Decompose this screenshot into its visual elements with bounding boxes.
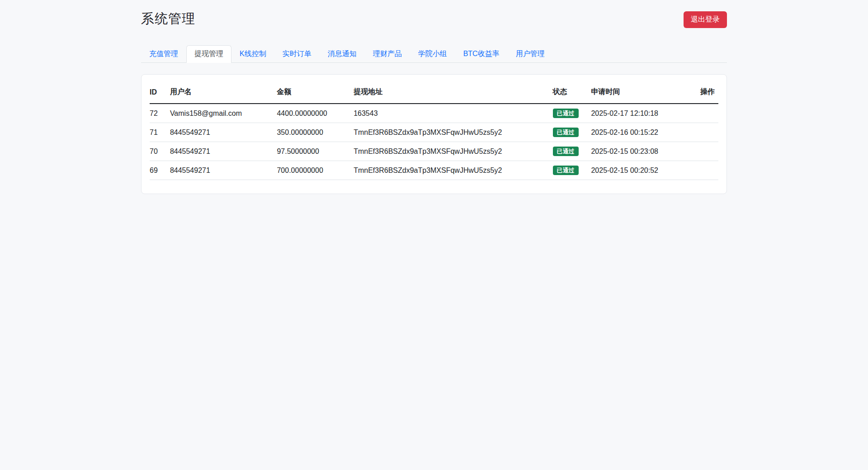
status-badge: 已通过 bbox=[553, 166, 579, 175]
cell-time: 2025-02-15 00:20:52 bbox=[591, 161, 692, 180]
tab-recharge-management[interactable]: 充值管理 bbox=[141, 45, 186, 63]
col-header-address: 提现地址 bbox=[354, 84, 552, 104]
cell-address: TmnEf3R6BSZdx9aTp3MXSFqwJHwU5zs5y2 bbox=[354, 161, 552, 180]
tab-user-management[interactable]: 用户管理 bbox=[508, 45, 553, 63]
logout-button[interactable]: 退出登录 bbox=[684, 11, 727, 28]
table-row: 70 8445549271 97.50000000 TmnEf3R6BSZdx9… bbox=[150, 142, 718, 161]
tab-withdraw-management[interactable]: 提现管理 bbox=[186, 45, 231, 63]
cell-status: 已通过 bbox=[553, 104, 591, 123]
cell-status: 已通过 bbox=[553, 142, 591, 161]
status-badge: 已通过 bbox=[553, 128, 579, 137]
col-header-action: 操作 bbox=[692, 84, 718, 104]
cell-id: 70 bbox=[150, 142, 170, 161]
withdrawals-card: ID 用户名 金额 提现地址 状态 申请时间 操作 72 Vamis158@gm… bbox=[141, 74, 727, 194]
withdrawals-table: ID 用户名 金额 提现地址 状态 申请时间 操作 72 Vamis158@gm… bbox=[150, 84, 718, 180]
cell-action bbox=[692, 161, 718, 180]
cell-amount: 350.00000000 bbox=[277, 123, 354, 142]
tab-financial-products[interactable]: 理财产品 bbox=[365, 45, 410, 63]
cell-action bbox=[692, 123, 718, 142]
tab-realtime-orders[interactable]: 实时订单 bbox=[274, 45, 320, 63]
table-row: 69 8445549271 700.00000000 TmnEf3R6BSZdx… bbox=[150, 161, 718, 180]
page-container: 系统管理 退出登录 充值管理 提现管理 K线控制 实时订单 消息通知 理财产品 … bbox=[141, 0, 727, 194]
cell-address: 163543 bbox=[354, 104, 552, 123]
tab-btc-yield[interactable]: BTC收益率 bbox=[455, 45, 508, 63]
cell-time: 2025-02-16 00:15:22 bbox=[591, 123, 692, 142]
cell-time: 2025-02-15 00:23:08 bbox=[591, 142, 692, 161]
cell-action bbox=[692, 104, 718, 123]
col-header-amount: 金额 bbox=[277, 84, 354, 104]
tab-kline-control[interactable]: K线控制 bbox=[231, 45, 274, 63]
cell-id: 71 bbox=[150, 123, 170, 142]
page-title: 系统管理 bbox=[141, 10, 727, 28]
cell-action bbox=[692, 142, 718, 161]
cell-status: 已通过 bbox=[553, 161, 591, 180]
cell-amount: 700.00000000 bbox=[277, 161, 354, 180]
col-header-time: 申请时间 bbox=[591, 84, 692, 104]
table-row: 71 8445549271 350.00000000 TmnEf3R6BSZdx… bbox=[150, 123, 718, 142]
cell-username: 8445549271 bbox=[170, 123, 277, 142]
cell-username: 8445549271 bbox=[170, 161, 277, 180]
cell-amount: 4400.00000000 bbox=[277, 104, 354, 123]
cell-amount: 97.50000000 bbox=[277, 142, 354, 161]
col-header-id: ID bbox=[150, 84, 170, 104]
cell-time: 2025-02-17 12:10:18 bbox=[591, 104, 692, 123]
tab-message-notifications[interactable]: 消息通知 bbox=[320, 45, 365, 63]
cell-address: TmnEf3R6BSZdx9aTp3MXSFqwJHwU5zs5y2 bbox=[354, 123, 552, 142]
cell-username: 8445549271 bbox=[170, 142, 277, 161]
cell-status: 已通过 bbox=[553, 123, 591, 142]
table-header-row: ID 用户名 金额 提现地址 状态 申请时间 操作 bbox=[150, 84, 718, 104]
cell-id: 69 bbox=[150, 161, 170, 180]
table-row: 72 Vamis158@gmail.com 4400.00000000 1635… bbox=[150, 104, 718, 123]
cell-username: Vamis158@gmail.com bbox=[170, 104, 277, 123]
tab-bar: 充值管理 提现管理 K线控制 实时订单 消息通知 理财产品 学院小组 BTC收益… bbox=[141, 45, 727, 63]
col-header-status: 状态 bbox=[553, 84, 591, 104]
tab-academy-group[interactable]: 学院小组 bbox=[410, 45, 455, 63]
cell-id: 72 bbox=[150, 104, 170, 123]
status-badge: 已通过 bbox=[553, 147, 579, 156]
status-badge: 已通过 bbox=[553, 109, 579, 118]
cell-address: TmnEf3R6BSZdx9aTp3MXSFqwJHwU5zs5y2 bbox=[354, 142, 552, 161]
col-header-username: 用户名 bbox=[170, 84, 277, 104]
